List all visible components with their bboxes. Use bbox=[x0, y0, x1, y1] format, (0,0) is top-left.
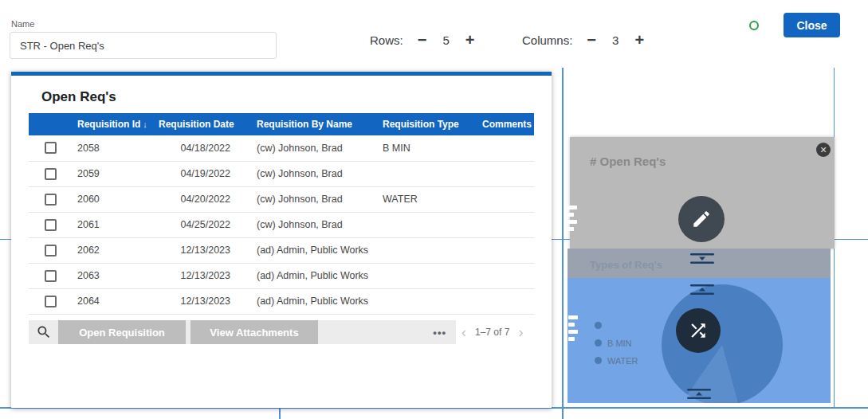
cell-requisition-by-name: (ad) Admin, Public Works bbox=[251, 263, 377, 288]
pagination: ‹ 1–7 of 7 › bbox=[461, 320, 523, 344]
column-header-requisition-id[interactable]: Requisition Id↓ bbox=[72, 113, 153, 135]
column-header-requisition-by-name[interactable]: Requisition By Name bbox=[251, 113, 377, 135]
row-checkbox[interactable] bbox=[45, 142, 57, 154]
legend-label: WATER bbox=[607, 356, 638, 366]
grid-line-vertical bbox=[279, 407, 281, 419]
cell-comments bbox=[477, 212, 534, 237]
search-icon[interactable] bbox=[36, 324, 52, 340]
name-label: Name bbox=[11, 19, 34, 29]
count-widget-overlay[interactable]: # Open Req's ✕ bbox=[570, 137, 835, 249]
cell-requisition-id: 2060 bbox=[72, 186, 153, 212]
edit-widget-button[interactable] bbox=[678, 196, 725, 242]
column-header-requisition-date[interactable]: Requisition Date bbox=[153, 113, 251, 135]
pie-legend: B MIN WATER bbox=[595, 320, 638, 366]
move-widget-button[interactable] bbox=[676, 308, 721, 353]
table-row[interactable]: 2064 12/13/2023 (ad) Admin, Public Works bbox=[29, 288, 534, 314]
close-button[interactable]: Close bbox=[784, 13, 840, 37]
cell-requisition-by-name: (ad) Admin, Public Works bbox=[251, 288, 377, 314]
cell-requisition-date: 04/19/2022 bbox=[153, 161, 251, 186]
open-requisition-button[interactable]: Open Requisition bbox=[58, 320, 186, 344]
move-resize-icon bbox=[688, 320, 709, 341]
table-row[interactable]: 2060 04/20/2022 (cw) Johnson, Brad WATER bbox=[29, 186, 534, 212]
row-checkbox[interactable] bbox=[45, 168, 57, 180]
rows-decrement-button[interactable]: − bbox=[418, 32, 427, 48]
cell-requisition-type: WATER bbox=[377, 186, 477, 212]
row-checkbox-cell bbox=[29, 186, 72, 212]
pencil-icon bbox=[691, 209, 712, 229]
resize-handle-icon[interactable] bbox=[687, 389, 711, 399]
cell-comments bbox=[477, 263, 534, 288]
table-row[interactable]: 2061 04/25/2022 (cw) Johnson, Brad bbox=[29, 212, 534, 237]
cell-requisition-id: 2058 bbox=[72, 135, 153, 161]
table-row[interactable]: 2062 12/13/2023 (ad) Admin, Public Works bbox=[29, 237, 534, 263]
cell-requisition-by-name: (cw) Johnson, Brad bbox=[251, 161, 377, 186]
cell-requisition-id: 2062 bbox=[72, 237, 153, 263]
count-widget-title: # Open Req's bbox=[590, 155, 666, 168]
row-checkbox[interactable] bbox=[45, 296, 57, 307]
cell-requisition-date: 04/25/2022 bbox=[153, 212, 251, 237]
legend-item bbox=[595, 320, 638, 331]
next-page-icon[interactable]: › bbox=[518, 325, 523, 339]
row-checkbox[interactable] bbox=[45, 270, 57, 282]
prev-page-icon[interactable]: ‹ bbox=[461, 325, 466, 339]
legend-item: B MIN bbox=[595, 338, 638, 348]
sort-desc-icon: ↓ bbox=[143, 119, 147, 129]
cell-requisition-id: 2061 bbox=[72, 212, 153, 237]
widget-name-input[interactable] bbox=[10, 32, 277, 59]
select-column-header bbox=[29, 113, 72, 135]
more-actions-button[interactable]: ••• bbox=[433, 327, 446, 339]
widget-title: Open Req's bbox=[41, 89, 116, 105]
drag-handle-icon[interactable] bbox=[568, 315, 578, 341]
row-checkbox[interactable] bbox=[45, 245, 57, 256]
table-row[interactable]: 2059 04/19/2022 (cw) Johnson, Brad bbox=[29, 161, 534, 186]
resize-handle-icon[interactable] bbox=[690, 253, 714, 264]
cell-requisition-by-name: (ad) Admin, Public Works bbox=[251, 237, 377, 263]
requisitions-table: Requisition Id↓ Requisition Date Requisi… bbox=[29, 113, 534, 315]
cell-requisition-type bbox=[377, 263, 477, 288]
legend-bullet-icon bbox=[595, 357, 602, 364]
column-header-requisition-type[interactable]: Requisition Type bbox=[377, 113, 477, 135]
cell-requisition-date: 12/13/2023 bbox=[153, 288, 251, 314]
columns-decrement-button[interactable]: − bbox=[587, 32, 596, 48]
cell-requisition-date: 04/20/2022 bbox=[153, 186, 251, 212]
columns-label: Columns: bbox=[522, 33, 572, 47]
cell-requisition-type bbox=[377, 288, 477, 314]
grid-line-vertical bbox=[562, 68, 564, 419]
row-checkbox[interactable] bbox=[45, 219, 57, 231]
remove-widget-button[interactable]: ✕ bbox=[816, 143, 831, 157]
table-row[interactable]: 2058 04/18/2022 (cw) Johnson, Brad B MIN bbox=[29, 135, 534, 161]
cell-requisition-type: B MIN bbox=[377, 135, 477, 161]
column-header-comments[interactable]: Comments bbox=[477, 113, 534, 135]
row-checkbox-cell bbox=[29, 161, 72, 186]
rows-increment-button[interactable]: + bbox=[465, 32, 475, 48]
cell-requisition-type bbox=[377, 237, 477, 263]
cell-comments bbox=[477, 161, 534, 186]
legend-bullet-icon bbox=[595, 322, 602, 329]
rows-stepper: Rows: − 5 + bbox=[370, 29, 474, 51]
columns-increment-button[interactable]: + bbox=[634, 32, 644, 48]
cell-requisition-date: 04/18/2022 bbox=[153, 135, 251, 161]
page-range-label: 1–7 of 7 bbox=[475, 327, 509, 338]
row-checkbox[interactable] bbox=[45, 194, 57, 206]
rows-value: 5 bbox=[442, 33, 449, 47]
table-action-bar: Open Requisition View Attachments ••• bbox=[29, 320, 456, 344]
table-row[interactable]: 2063 12/13/2023 (ad) Admin, Public Works bbox=[29, 263, 534, 288]
cell-comments bbox=[477, 288, 534, 314]
cell-requisition-id: 2063 bbox=[72, 263, 153, 288]
pie-widget-title: Types of Req's bbox=[590, 259, 662, 271]
cell-requisition-type bbox=[377, 212, 477, 237]
status-indicator-icon bbox=[749, 21, 759, 30]
legend-bullet-icon bbox=[595, 339, 602, 347]
view-attachments-button[interactable]: View Attachments bbox=[190, 320, 318, 344]
cell-requisition-date: 12/13/2023 bbox=[153, 263, 251, 288]
cell-requisition-by-name: (cw) Johnson, Brad bbox=[251, 135, 377, 161]
legend-item: WATER bbox=[595, 355, 638, 366]
cell-requisition-type bbox=[377, 161, 477, 186]
drag-handle-icon[interactable] bbox=[568, 206, 577, 231]
row-checkbox-cell bbox=[29, 212, 72, 237]
row-checkbox-cell bbox=[29, 135, 72, 161]
resize-handle-icon[interactable] bbox=[690, 284, 714, 295]
legend-label: B MIN bbox=[607, 339, 632, 348]
columns-stepper: Columns: − 3 + bbox=[522, 29, 644, 51]
table-header-row: Requisition Id↓ Requisition Date Requisi… bbox=[29, 113, 534, 135]
